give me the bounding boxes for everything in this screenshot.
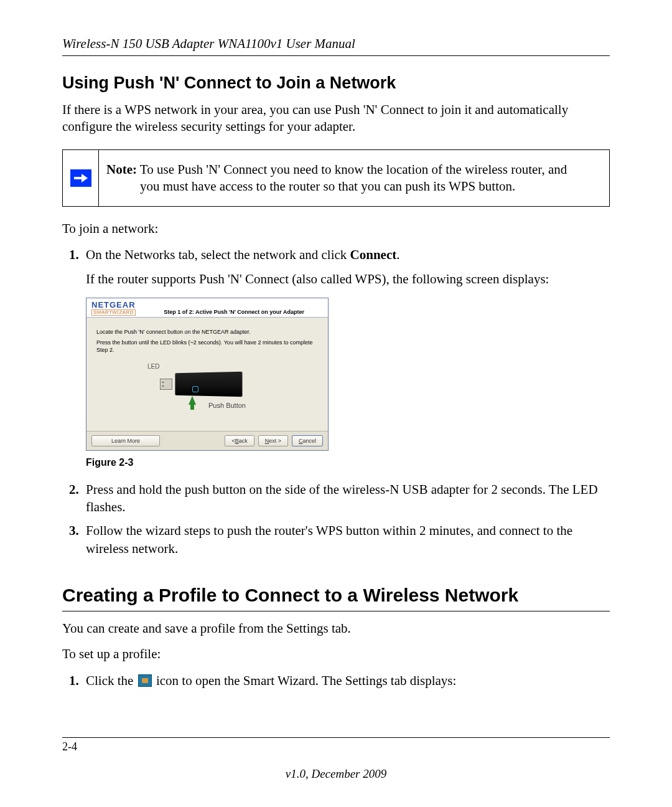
back-button[interactable]: <Back xyxy=(225,435,254,446)
step-3: Follow the wizard steps to push the rout… xyxy=(82,522,610,557)
footer-rule xyxy=(62,737,610,738)
running-header: Wireless-N 150 USB Adapter WNA1100v1 Use… xyxy=(62,36,610,52)
note-icon-cell xyxy=(63,150,99,207)
section2-p2: To set up a profile: xyxy=(62,646,610,663)
step1-post: . xyxy=(396,247,399,262)
push-button-label: Push Button xyxy=(208,401,246,410)
profile-step1-post: icon to open the Smart Wizard. The Setti… xyxy=(156,673,456,688)
step1-sub: If the router supports Push 'N' Connect … xyxy=(86,270,610,288)
note-text: Note: To use Push 'N' Connect you need t… xyxy=(99,150,577,207)
wizard-header: NETGEAR SMARTWIZARD Step 1 of 2: Active … xyxy=(86,298,328,318)
step-2: Press and hold the push button on the si… xyxy=(82,481,610,516)
wizard-dialog: NETGEAR SMARTWIZARD Step 1 of 2: Active … xyxy=(86,298,329,451)
profile-step1-pre: Click the xyxy=(86,673,137,688)
usb-adapter-icon xyxy=(160,370,241,399)
note-box: Note: To use Push 'N' Connect you need t… xyxy=(62,149,610,207)
next-button[interactable]: Next > xyxy=(258,435,288,446)
join-intro: To join a network: xyxy=(62,220,610,237)
section2-rule xyxy=(62,611,610,611)
wizard-step-title: Step 1 of 2: Active Push 'N' Connect on … xyxy=(164,308,323,316)
wizard-line1: Locate the Push 'N' connect button on th… xyxy=(96,329,318,336)
learn-more-button[interactable]: Learn More xyxy=(91,435,160,446)
section1-title: Using Push 'N' Connect to Join a Network xyxy=(62,73,610,93)
section1-intro: If there is a WPS network in your area, … xyxy=(62,101,610,136)
brand-sub: SMARTWIZARD xyxy=(91,309,136,316)
wizard-brand: NETGEAR SMARTWIZARD xyxy=(91,301,136,316)
page-footer: 2-4 v1.0, December 2009 xyxy=(62,737,610,781)
smart-wizard-icon xyxy=(138,674,152,687)
version-line: v1.0, December 2009 xyxy=(62,767,610,781)
manual-page: Wireless-N 150 USB Adapter WNA1100v1 Use… xyxy=(0,0,672,807)
profile-step-1: Click the icon to open the Smart Wizard.… xyxy=(82,672,610,689)
wizard-line2: Press the button until the LED blinks (~… xyxy=(96,339,318,354)
arrow-up-icon xyxy=(189,396,196,405)
cancel-button[interactable]: Cancel xyxy=(292,435,323,446)
wizard-body: Locate the Push 'N' connect button on th… xyxy=(86,318,328,431)
page-number: 2-4 xyxy=(62,740,610,753)
step1-pre: On the Networks tab, select the network … xyxy=(86,247,350,262)
brand-name: NETGEAR xyxy=(91,301,136,309)
note-line2: you must have access to the router so th… xyxy=(106,178,567,195)
wizard-diagram: LED Push Button xyxy=(96,357,318,426)
wizard-button-bar: Learn More <Back Next > Cancel xyxy=(86,431,328,450)
step-1: On the Networks tab, select the network … xyxy=(82,246,610,469)
section2-title: Creating a Profile to Connect to a Wirel… xyxy=(62,585,610,606)
profile-steps: Click the icon to open the Smart Wizard.… xyxy=(62,672,610,689)
led-label: LED xyxy=(147,362,159,371)
figure-caption: Figure 2-3 xyxy=(86,456,610,470)
step1-bold: Connect xyxy=(350,247,397,262)
section2-p1: You can create and save a profile from t… xyxy=(62,620,610,637)
arrow-right-icon xyxy=(70,169,91,187)
header-rule xyxy=(62,55,610,56)
note-label: Note: xyxy=(106,162,137,177)
note-line1: To use Push 'N' Connect you need to know… xyxy=(137,162,567,177)
join-steps-list: On the Networks tab, select the network … xyxy=(62,246,610,557)
